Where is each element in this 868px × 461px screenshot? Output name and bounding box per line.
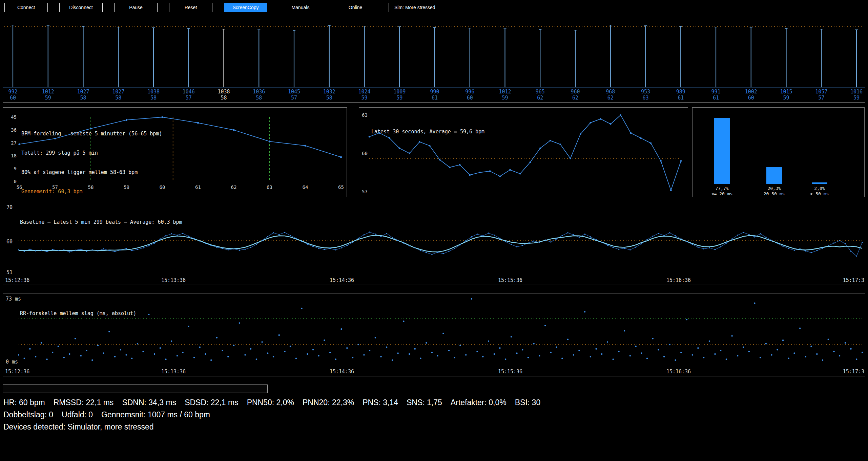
svg-text:61: 61 [195,184,201,190]
svg-text:59: 59 [361,95,367,101]
svg-text:1027: 1027 [77,89,89,95]
svg-text:996: 996 [465,89,474,95]
svg-text:1038: 1038 [147,89,160,95]
svg-text:62: 62 [231,184,237,190]
svg-text:1027: 1027 [112,89,124,95]
svg-text:15:12:36: 15:12:36 [5,369,29,375]
stat-item: Dobbeltslag: 0 [3,410,53,419]
svg-text:59: 59 [853,95,860,101]
svg-text:60: 60 [6,239,13,245]
pnn-bar-range: 20–50 ms [749,191,800,197]
svg-text:51: 51 [6,269,13,276]
svg-text:63: 63 [642,95,648,101]
svg-text:1057: 1057 [815,89,827,95]
svg-text:15:14:36: 15:14:36 [330,369,354,375]
svg-text:1036: 1036 [253,89,265,95]
latest-30s-panel: 636057 Latest 30 seconds, Average = 59,6… [359,107,688,197]
svg-text:1038: 1038 [218,89,230,95]
svg-text:989: 989 [676,89,685,95]
command-input[interactable] [3,385,268,393]
svg-text:1032: 1032 [323,89,335,95]
svg-text:15:16:36: 15:16:36 [666,277,691,283]
bpm-distribution-range: 80% af slagene ligger mellem 58-63 bpm [21,169,162,176]
svg-text:58: 58 [115,95,121,101]
toolbar-button-reset[interactable]: Reset [169,3,212,12]
svg-text:15:15:36: 15:15:36 [498,369,522,375]
svg-text:953: 953 [641,89,650,95]
svg-text:63: 63 [267,184,272,190]
svg-text:60: 60 [10,95,16,101]
svg-text:0 ms: 0 ms [6,359,18,365]
toolbar: ConnectDisconnectPauseResetScreenCopyMan… [4,3,441,12]
latest-30s-text: Latest 30 seconds, Average = 59,6 bpm [371,116,484,148]
svg-text:15:13:36: 15:13:36 [161,277,186,283]
svg-text:9: 9 [14,166,17,171]
svg-text:62: 62 [607,95,614,101]
pnn-bar-2 [812,182,827,184]
toolbar-button-connect[interactable]: Connect [4,3,48,12]
svg-text:58: 58 [150,95,157,101]
svg-text:57: 57 [818,95,824,101]
svg-text:990: 990 [430,89,439,95]
svg-text:960: 960 [571,89,580,95]
bpm-distribution-mean: Gennemsnit: 60,3 bpm [21,189,162,195]
stat-item: SNS: 1,75 [407,398,442,407]
svg-text:1012: 1012 [499,89,511,95]
svg-text:992: 992 [8,89,17,95]
svg-text:65: 65 [338,184,344,190]
svg-text:1024: 1024 [358,89,370,95]
devices-detected: Devices detected: Simulator, more stress… [3,422,154,432]
toolbar-button-manuals[interactable]: Manuals [279,3,322,12]
svg-text:57: 57 [362,189,368,194]
svg-text:60: 60 [467,95,473,101]
stat-item: SDNN: 34,3 ms [122,398,176,407]
pnn-histogram-panel: 77,7%<= 20 ms20,3%20–50 ms2,0%> 50 ms [692,107,865,197]
svg-text:15:17:3: 15:17:3 [843,369,864,375]
svg-text:0: 0 [14,179,17,184]
stat-item: RMSSD: 22,1 ms [54,398,114,407]
toolbar-button-pause[interactable]: Pause [114,3,158,12]
pnn-bar-0 [714,118,730,184]
bpm-distribution-panel: 091827364556575859606162636465 BPM-forde… [3,107,347,197]
stats-line-2: Dobbeltslag: 0Udfald: 0Gennemsnit: 1007 … [3,410,210,419]
svg-text:36: 36 [11,127,17,133]
svg-text:15:15:36: 15:15:36 [498,277,522,283]
pnn-bar-1 [766,167,782,184]
stat-item: PNN20: 22,3% [303,398,354,407]
pnn-bar-percent: 20,3% [749,186,800,191]
bpm-distribution-text: BPM-fordeling – seneste 5 minutter (56-6… [21,118,162,208]
svg-text:59: 59 [396,95,402,101]
pnn-bar-range: > 50 ms [794,191,845,197]
beat-strip-chart: 9926010125910275810275810385810465710385… [3,16,865,102]
svg-text:57: 57 [291,95,297,101]
svg-text:27: 27 [11,140,17,146]
svg-text:15:12:36: 15:12:36 [5,277,29,283]
stat-item: Artefakter: 0,0% [451,398,507,407]
stat-item: HR: 60 bpm [3,398,45,407]
toolbar-button-disconnect[interactable]: Disconnect [59,3,103,12]
svg-text:58: 58 [221,95,227,101]
svg-text:18: 18 [11,153,17,158]
pnn-bar-percent: 2,0% [794,186,845,191]
rr-difference-title: RR-forskelle mellem slag (ms, absolut) [20,310,136,317]
svg-text:1015: 1015 [780,89,792,95]
toolbar-button-screencopy[interactable]: ScreenCopy [224,3,267,12]
toolbar-button-sim-more-stressed[interactable]: Sim: More stressed [389,3,441,12]
bpm-distribution-total: Totalt: 299 slag på 5 min [21,150,162,156]
stat-item: BSI: 30 [515,398,540,407]
rr-difference-text: RR-forskelle mellem slag (ms, absolut) [20,298,136,330]
baseline-title: Baseline – Latest 5 min 299 beats – Aver… [20,219,182,225]
svg-text:59: 59 [45,95,51,101]
svg-text:62: 62 [572,95,578,101]
svg-text:61: 61 [432,95,438,101]
svg-text:73 ms: 73 ms [6,296,21,302]
svg-text:70: 70 [6,204,13,211]
svg-text:64: 64 [303,184,308,190]
stat-item: Gennemsnit: 1007 ms / 60 bpm [101,410,210,419]
svg-text:45: 45 [11,114,17,120]
svg-text:1016: 1016 [850,89,863,95]
svg-text:61: 61 [678,95,684,101]
svg-text:15:17:3: 15:17:3 [843,277,864,283]
stat-item: Udfald: 0 [62,410,93,419]
toolbar-button-online[interactable]: Online [334,3,377,12]
